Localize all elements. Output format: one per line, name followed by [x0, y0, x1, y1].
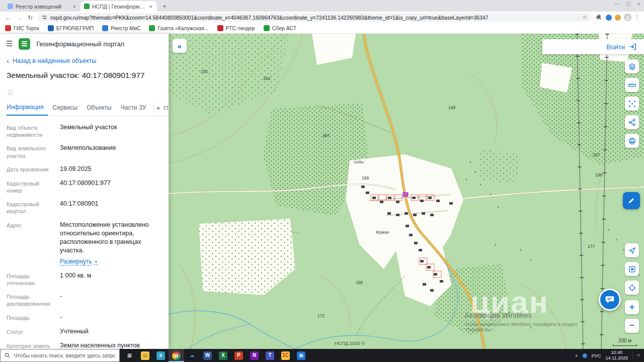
browser-tab-registry[interactable]: Реестр извещений ×: [4, 1, 80, 12]
bookmark-item[interactable]: Газета «Калужская...: [149, 25, 208, 31]
print-button[interactable]: [625, 134, 639, 148]
minimize-icon[interactable]: —: [614, 2, 619, 7]
favorite-star-icon[interactable]: ☆: [7, 87, 16, 98]
tab-objects[interactable]: Объекты: [82, 104, 116, 115]
taskbar-icon-onenote[interactable]: N: [247, 349, 262, 362]
taskbar-icon-explorer[interactable]: ▤: [137, 349, 153, 362]
taskbar-icon-onedrive[interactable]: ☁: [184, 349, 200, 362]
tab-close-icon[interactable]: ×: [72, 4, 77, 10]
site-settings-icon[interactable]: [42, 15, 47, 20]
system-tray: ∧ РУС 10:40 14.11.2025: [571, 350, 644, 361]
support-chat-button[interactable]: [599, 289, 621, 311]
nspd-logo: [19, 38, 30, 50]
tab-services[interactable]: Сервисы: [48, 104, 82, 115]
bookmark-star-icon[interactable]: ☆: [582, 14, 587, 21]
attribute-row: Категория земель Земли населенных пункто…: [7, 341, 162, 349]
extent-frame-button[interactable]: [625, 262, 639, 276]
taskbar-icon-task-view[interactable]: ▦: [122, 349, 137, 362]
map-canvas[interactable]: 192254287198189садыМужач197190177185172 …: [169, 34, 644, 349]
bookmark-item[interactable]: ЕГРЮЛ/ЕГРИП: [48, 25, 94, 31]
attribute-row: Кадастровый квартал 40:17:080901: [7, 200, 162, 215]
map-label: 172: [317, 313, 325, 318]
taskbar-icon-powerpoint[interactable]: P: [231, 349, 247, 362]
extensions-puzzle-icon[interactable]: [595, 14, 603, 22]
taskbar-icon-chrome[interactable]: [169, 349, 184, 362]
browser-menu-icon[interactable]: ⋮: [634, 14, 640, 21]
pinned-extension-icon[interactable]: [606, 15, 612, 21]
collapse-panel-button[interactable]: «: [173, 39, 187, 53]
map-label: 189: [362, 175, 369, 180]
attribute-row: Площадь уточненная 1 000 кв. м: [7, 272, 162, 287]
portal-title: Геоинформационный портал: [36, 40, 124, 48]
bookmark-item[interactable]: Реестр МиС: [102, 25, 140, 31]
tabs-scroll-right-icon[interactable]: ▸: [153, 102, 164, 114]
measure-ruler-button[interactable]: [625, 78, 639, 92]
tab-favicon: [84, 4, 90, 9]
tray-expand-icon[interactable]: ∧: [575, 353, 578, 358]
back-icon[interactable]: ←: [4, 14, 12, 21]
language-indicator[interactable]: РУС: [592, 353, 601, 358]
close-icon[interactable]: ×: [637, 2, 640, 7]
pinned-extension-icon[interactable]: [615, 15, 621, 21]
login-button[interactable]: Войти: [607, 43, 625, 51]
tab-favicon: [8, 4, 13, 9]
layers-button[interactable]: [625, 59, 639, 73]
chevron-down-icon: ∨: [95, 258, 98, 264]
profile-avatar[interactable]: [624, 14, 631, 21]
action-center-icon[interactable]: [632, 352, 640, 359]
tray-date: 14.11.2025: [606, 355, 628, 361]
network-icon[interactable]: [583, 353, 587, 358]
taskbar-icon-edge[interactable]: e: [153, 349, 169, 362]
teams-icon: T: [266, 351, 274, 360]
zoom-out-button[interactable]: −: [625, 319, 639, 333]
taskbar-icon-teams[interactable]: T: [262, 349, 278, 362]
address-bar[interactable]: nspd.gov.ru/map?thematic=PKK&zoom=14.584…: [37, 13, 592, 22]
bookmark-item[interactable]: Сбер АСТ: [264, 25, 297, 31]
zoom-in-button[interactable]: +: [625, 300, 639, 314]
share-button[interactable]: [625, 115, 639, 129]
hamburger-menu-icon[interactable]: ☰: [6, 39, 13, 48]
locate-cursor-button[interactable]: [625, 243, 639, 257]
tab-title: Реестр извещений: [16, 4, 69, 10]
reload-icon[interactable]: ↻: [26, 14, 34, 21]
task-view-icon: ▦: [125, 351, 134, 360]
select-area-button[interactable]: [625, 97, 639, 111]
onedrive-icon: ☁: [188, 351, 196, 360]
my-location-button[interactable]: [625, 281, 639, 295]
panel-tabs: Информация Сервисы Объекты Части ЗУ Сост…: [0, 101, 169, 116]
attribute-row-address: Адрес Местоположение установлено относит…: [7, 221, 162, 266]
bookmarks-bar: ГИС ТоргиЕГРЮЛ/ЕГРИПРеестр МиСГазета «Ка…: [0, 23, 644, 34]
tab-information[interactable]: Информация: [7, 104, 48, 116]
bookmark-label: РТС-тендер: [226, 25, 255, 31]
selected-parcel[interactable]: [403, 193, 408, 197]
parcel-title: Земельный участок: 40:17:080901:977: [0, 67, 169, 81]
attribute-row: Вид объекта недвижимости Земельный участ…: [7, 123, 162, 138]
tab-parts[interactable]: Части ЗУ: [116, 104, 151, 115]
browser-tab-nspd[interactable]: НСПД | Геоинформационный п ×: [80, 1, 157, 12]
object-info-panel: ☰ Геоинформационный портал ‹ Назад в най…: [0, 34, 169, 349]
map-label: 197: [593, 152, 600, 157]
expand-address-link[interactable]: Развернуть ∨: [60, 257, 98, 266]
map-label: 192: [201, 69, 208, 74]
new-tab-button[interactable]: +: [160, 2, 169, 11]
explorer-icon: ▤: [141, 351, 149, 360]
bookmark-label: ГИС Торги: [14, 25, 39, 31]
taskbar-icon-1c[interactable]: 1С: [278, 349, 293, 362]
bookmark-item[interactable]: ГИС Торги: [5, 25, 39, 31]
login-icon[interactable]: [629, 43, 637, 51]
taskbar-icon-photos[interactable]: ▣: [293, 349, 309, 362]
address-value: Местоположение установлено относительно …: [60, 221, 149, 254]
back-to-results-link[interactable]: ‹ Назад в найденные объекты: [0, 54, 169, 67]
draw-tool-button[interactable]: [623, 192, 640, 209]
taskbar-icon-word[interactable]: W: [200, 349, 215, 362]
clock[interactable]: 10:40 14.11.2025: [606, 350, 628, 361]
powerpoint-icon: P: [234, 351, 243, 360]
portal-header: ☰ Геоинформационный портал: [0, 34, 169, 54]
tab-close-icon[interactable]: ×: [148, 4, 153, 10]
bookmark-item[interactable]: РТС-тендер: [217, 25, 255, 31]
taskbar-icon-excel[interactable]: X: [215, 349, 231, 362]
taskbar-search[interactable]: Чтобы начать поиск, введите здесь запрос: [0, 349, 120, 362]
forward-icon[interactable]: →: [15, 14, 23, 21]
maximize-icon[interactable]: ▢: [626, 2, 630, 7]
excel-icon: X: [219, 351, 227, 360]
